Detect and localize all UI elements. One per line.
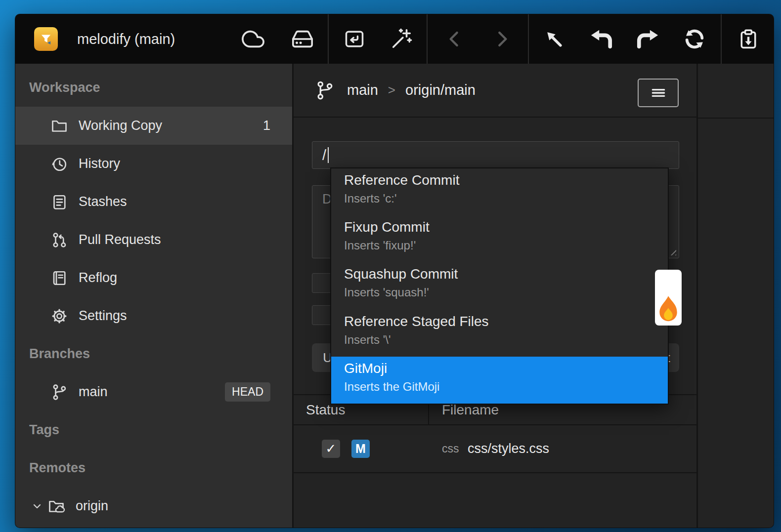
sidebar-item-history[interactable]: History bbox=[15, 145, 292, 183]
history-clock-icon bbox=[50, 155, 69, 173]
toolbar-separator bbox=[721, 14, 722, 64]
reflog-journal-icon bbox=[50, 269, 69, 287]
autocomplete-item-title: Squashup Commit bbox=[344, 266, 668, 282]
file-type-label: css bbox=[442, 425, 459, 472]
app-icon bbox=[34, 27, 58, 51]
push-button[interactable] bbox=[634, 25, 662, 53]
autocomplete-item-subtitle: Inserts 'squash!' bbox=[344, 286, 668, 299]
branch-icon bbox=[50, 383, 69, 402]
sidebar-item-branch-main[interactable]: main HEAD bbox=[15, 373, 292, 411]
sidebar-item-remote-origin[interactable]: origin bbox=[15, 487, 292, 525]
arrow-up-left-icon bbox=[543, 28, 565, 50]
head-badge: HEAD bbox=[225, 382, 270, 402]
autocomplete-item-squashup-commit[interactable]: Squashup Commit Inserts 'squash!' bbox=[331, 262, 668, 309]
sync-arrows-icon bbox=[683, 28, 706, 50]
breadcrumb-separator: > bbox=[388, 82, 395, 98]
folder-icon bbox=[50, 117, 69, 135]
sidebar-header-remotes: Remotes bbox=[15, 449, 292, 487]
sidebar-item-label: main bbox=[79, 384, 108, 400]
sidebar-item-label: Settings bbox=[79, 308, 127, 324]
cloud-icon bbox=[242, 28, 264, 50]
toolbar-separator bbox=[528, 14, 529, 64]
gear-icon bbox=[50, 307, 69, 326]
cloud-button[interactable] bbox=[239, 25, 267, 53]
file-row-divider bbox=[294, 472, 696, 473]
modified-status-badge: M bbox=[351, 440, 370, 458]
autocomplete-item-title: Reference Staged Files bbox=[344, 314, 668, 329]
app-window: melodify (main) bbox=[15, 14, 774, 528]
autocomplete-item-subtitle: Inserts 'c:' bbox=[344, 192, 668, 205]
flame-emoji-icon bbox=[655, 295, 682, 326]
file-checkbox[interactable]: ✓ bbox=[322, 440, 340, 458]
magic-wand-icon bbox=[390, 28, 413, 50]
current-branch-label[interactable]: main bbox=[347, 82, 378, 98]
sidebar-item-label: History bbox=[79, 156, 120, 171]
autocomplete-item-fixup-commit[interactable]: Fixup Commit Inserts 'fixup!' bbox=[331, 215, 668, 262]
stash-list-icon bbox=[50, 193, 69, 211]
autocomplete-item-subtitle: Inserts '\' bbox=[344, 333, 668, 347]
sidebar-item-reflog[interactable]: Reflog bbox=[15, 259, 292, 297]
nav-forward-button[interactable] bbox=[488, 25, 516, 53]
titlebar: melodify (main) bbox=[15, 14, 774, 64]
sidebar-item-working-copy[interactable]: Working Copy 1 bbox=[15, 107, 292, 145]
sidebar-item-settings[interactable]: Settings bbox=[15, 297, 292, 335]
branch-breadcrumb-bar: main > origin/main bbox=[294, 64, 696, 118]
checkout-button[interactable] bbox=[540, 25, 568, 53]
commit-summary-input[interactable]: / bbox=[312, 141, 679, 169]
working-copy-count-badge: 1 bbox=[263, 118, 270, 133]
autocomplete-item-reference-staged-files[interactable]: Reference Staged Files Inserts '\' bbox=[331, 310, 668, 357]
branch-icon bbox=[314, 80, 335, 101]
drive-icon bbox=[291, 28, 314, 50]
command-palette-button[interactable] bbox=[388, 25, 415, 53]
sidebar-header-workspace: Workspace bbox=[15, 69, 292, 107]
open-repo-button[interactable] bbox=[341, 25, 368, 53]
chevron-right-icon bbox=[491, 28, 513, 50]
window-title: melodify (main) bbox=[77, 14, 175, 64]
nav-back-button[interactable] bbox=[441, 25, 469, 53]
pull-request-icon bbox=[50, 231, 69, 249]
redo-arrow-icon bbox=[637, 28, 659, 50]
text-caret bbox=[328, 147, 329, 163]
sidebar-header-tags: Tags bbox=[15, 411, 292, 449]
sidebar-item-pull-requests[interactable]: Pull Requests bbox=[15, 221, 292, 259]
autocomplete-popup: Reference Commit Inserts 'c:' Fixup Comm… bbox=[330, 167, 669, 405]
sidebar-item-label: Pull Requests bbox=[79, 232, 161, 247]
right-panel bbox=[698, 64, 774, 528]
remote-folder-icon bbox=[47, 497, 66, 516]
sidebar-item-label: origin bbox=[76, 498, 108, 514]
autocomplete-item-subtitle: Inserts 'fixup!' bbox=[344, 239, 668, 252]
check-icon: ✓ bbox=[326, 441, 337, 456]
autocomplete-item-title: GitMoji bbox=[344, 361, 668, 376]
main-panel: main > origin/main / Description Unstage… bbox=[294, 64, 696, 528]
sidebar-header-branches: Branches bbox=[15, 335, 292, 373]
gitmoji-preview-card bbox=[655, 270, 682, 326]
chevron-left-icon bbox=[444, 28, 466, 50]
return-box-icon bbox=[344, 28, 365, 50]
pull-button[interactable] bbox=[587, 25, 615, 53]
autocomplete-item-reference-commit[interactable]: Reference Commit Inserts 'c:' bbox=[331, 168, 668, 215]
stash-button[interactable] bbox=[735, 25, 762, 53]
merge-funnel-icon bbox=[38, 31, 54, 47]
file-row[interactable]: ✓ M css css/styles.css bbox=[294, 425, 696, 472]
undo-arrow-icon bbox=[590, 28, 612, 50]
chevron-down-icon[interactable] bbox=[31, 500, 43, 512]
sidebar: Workspace Working Copy 1 History bbox=[15, 64, 292, 528]
sidebar-item-stashes[interactable]: Stashes bbox=[15, 183, 292, 221]
autocomplete-item-subtitle: Inserts the GitMoji bbox=[344, 380, 668, 394]
sync-button[interactable] bbox=[681, 25, 708, 53]
hamburger-icon bbox=[649, 83, 668, 103]
toolbar-separator bbox=[427, 14, 428, 64]
sidebar-item-label: Working Copy bbox=[79, 118, 162, 133]
toolbar-separator bbox=[328, 14, 329, 64]
autocomplete-item-title: Reference Commit bbox=[344, 172, 668, 188]
autocomplete-item-title: Fixup Commit bbox=[344, 219, 668, 235]
right-panel-divider bbox=[698, 118, 774, 119]
clipboard-down-icon bbox=[738, 28, 759, 50]
drive-button[interactable] bbox=[289, 25, 316, 53]
autocomplete-item-gitmoji[interactable]: GitMoji Inserts the GitMoji bbox=[331, 357, 668, 404]
filename-label: css/styles.css bbox=[468, 425, 549, 472]
summary-text: / bbox=[322, 147, 326, 164]
sidebar-item-label: Reflog bbox=[79, 270, 117, 286]
upstream-branch-label[interactable]: origin/main bbox=[405, 82, 476, 98]
commit-menu-button[interactable] bbox=[638, 79, 679, 107]
